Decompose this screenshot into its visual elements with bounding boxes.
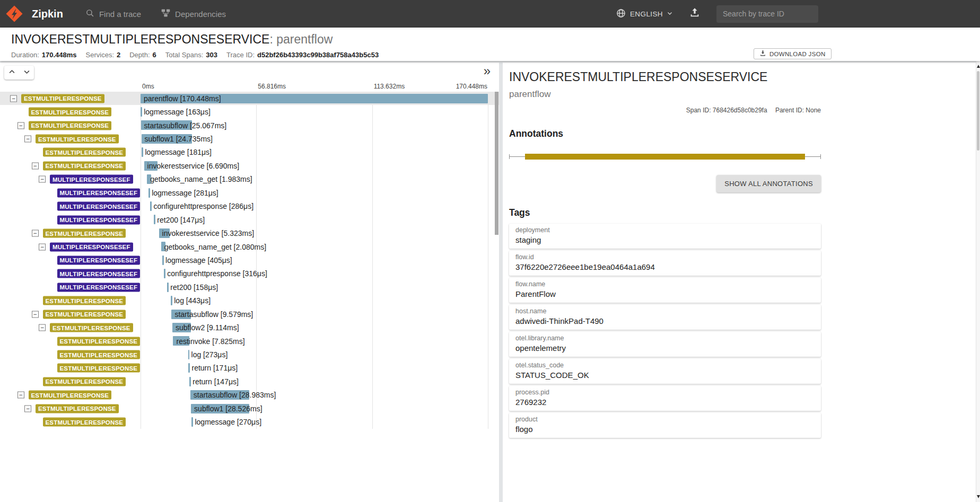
trace-id-input[interactable]	[723, 10, 812, 18]
download-json-button[interactable]: DOWNLOAD JSON	[754, 48, 832, 59]
span-label: startasubflow [25.067ms]	[144, 119, 227, 132]
span-row[interactable]: −ESTMULTIPLERESPONSEstartasubflow [28.98…	[0, 389, 499, 402]
prev-span-button[interactable]	[4, 66, 19, 80]
span-navigator	[4, 66, 34, 80]
timeline-tick-label: 56.816ms	[258, 83, 286, 90]
double-chevron-right-icon: »	[484, 64, 491, 78]
trace-stat: Total Spans:303	[165, 51, 217, 59]
span-label: ret200 [158μs]	[170, 280, 218, 294]
parent-id-value: None	[806, 107, 821, 114]
tag-key: product	[515, 416, 815, 423]
span-row[interactable]: MULTIPLERESPONSESEFconfigurehttpresponse…	[0, 200, 499, 213]
tree-toggle-button[interactable]: −	[32, 230, 39, 237]
span-row[interactable]: −ESTMULTIPLERESPONSEstartasubflow [9.579…	[0, 307, 499, 321]
span-row[interactable]: ESTMULTIPLERESPONSEreturn [171μs]	[0, 362, 499, 375]
service-badge: MULTIPLERESPONSESEF	[57, 215, 141, 224]
tree-toggle-button[interactable]: −	[39, 176, 46, 183]
show-all-annotations-button[interactable]: SHOW ALL ANNOTATIONS	[716, 175, 821, 192]
span-row[interactable]: MULTIPLERESPONSESEFret200 [147μs]	[0, 213, 499, 226]
tree-cell: MULTIPLERESPONSESEF	[0, 213, 141, 226]
upload-icon	[689, 7, 701, 21]
span-duration-bar	[154, 215, 155, 224]
timeline-scrollbar-thumb[interactable]	[495, 92, 498, 235]
span-row[interactable]: MULTIPLERESPONSESEFret200 [158μs]	[0, 280, 499, 294]
next-span-button[interactable]	[19, 66, 34, 80]
tree-toggle-button[interactable]: −	[18, 392, 24, 399]
tree-toggle-button[interactable]: −	[32, 311, 39, 318]
timeline-cell: getbooks_name_get [1.983ms]	[141, 173, 488, 186]
span-row[interactable]: −ESTMULTIPLERESPONSEsubflow1 [28.526ms]	[0, 402, 499, 415]
span-row[interactable]: ESTMULTIPLERESPONSElogmessage [163μs]	[0, 105, 499, 118]
span-row[interactable]: MULTIPLERESPONSESEFlogmessage [405μs]	[0, 253, 499, 267]
timeline-scrollbar[interactable]	[495, 83, 499, 502]
service-badge: ESTMULTIPLERESPONSE	[43, 229, 126, 238]
span-id-label: Span ID:	[686, 107, 711, 114]
span-row[interactable]: −ESTMULTIPLERESPONSEsubflow1 [24.735ms]	[0, 132, 499, 145]
span-row[interactable]: −ESTMULTIPLERESPONSEsubflow2 [9.114ms]	[0, 321, 499, 334]
span-row[interactable]: MULTIPLERESPONSESEFconfigurehttpresponse…	[0, 267, 499, 280]
toggle-minimap-button[interactable]: »	[484, 64, 491, 78]
tag-value: staging	[515, 235, 815, 244]
tree-toggle-button[interactable]: −	[39, 243, 46, 250]
service-badge: ESTMULTIPLERESPONSE	[29, 121, 112, 130]
span-label: getbooks_name_get [2.080ms]	[164, 240, 266, 253]
span-row[interactable]: −ESTMULTIPLERESPONSEparentflow [170.448m…	[0, 92, 499, 105]
span-label: subflow2 [9.114ms]	[176, 321, 239, 334]
span-label: parentflow [170.448ms]	[144, 92, 221, 105]
nav-dependencies[interactable]: Dependencies	[161, 8, 226, 19]
span-row[interactable]: −MULTIPLERESPONSESEFgetbooks_name_get [2…	[0, 240, 499, 253]
service-badge: ESTMULTIPLERESPONSE	[50, 323, 133, 332]
timeline-cell: logmessage [281μs]	[141, 186, 488, 199]
span-label: log [273μs]	[191, 348, 228, 361]
tree-toggle-button[interactable]: −	[32, 162, 39, 169]
timeline-cell: invokerestservice [6.690ms]	[141, 159, 488, 172]
span-row[interactable]: ESTMULTIPLERESPONSEreturn [147μs]	[0, 375, 499, 388]
span-label: configurehttpresponse [316μs]	[167, 267, 267, 280]
scroll-down-arrow-icon[interactable]	[977, 495, 980, 498]
timeline-cell: configurehttpresponse [316μs]	[141, 267, 488, 280]
tree-cell: −ESTMULTIPLERESPONSE	[0, 402, 141, 415]
tree-cell: ESTMULTIPLERESPONSE	[0, 334, 141, 348]
annotations-heading: Annotations	[509, 128, 821, 139]
trace-stat: Depth:6	[129, 51, 156, 59]
span-row[interactable]: −MULTIPLERESPONSESEFgetbooks_name_get [1…	[0, 173, 499, 186]
timeline-cell: log [273μs]	[141, 348, 488, 361]
span-label: invokerestservice [5.323ms]	[162, 226, 255, 240]
span-row[interactable]: −ESTMULTIPLERESPONSEinvokerestservice [6…	[0, 159, 499, 172]
service-badge: ESTMULTIPLERESPONSE	[57, 350, 141, 359]
tree-cell: −ESTMULTIPLERESPONSE	[0, 389, 141, 402]
nav-find-a-trace[interactable]: Find a trace	[85, 8, 141, 19]
span-row[interactable]: ESTMULTIPLERESPONSElog [273μs]	[0, 348, 499, 361]
span-row[interactable]: ESTMULTIPLERESPONSElog [443μs]	[0, 294, 499, 307]
upload-button[interactable]	[689, 7, 701, 21]
tree-toggle-button[interactable]: −	[24, 405, 31, 412]
span-row[interactable]: −ESTMULTIPLERESPONSEstartasubflow [25.06…	[0, 119, 499, 132]
annotation-duration-bar[interactable]	[525, 154, 805, 160]
span-row[interactable]: ESTMULTIPLERESPONSElogmessage [181μs]	[0, 146, 499, 159]
stat-value: 6	[153, 51, 156, 59]
service-badge: MULTIPLERESPONSESEF	[57, 256, 141, 265]
timeline-cell: ret200 [158μs]	[141, 280, 488, 294]
span-row[interactable]: ESTMULTIPLERESPONSElogmessage [270μs]	[0, 416, 499, 429]
tree-cell: MULTIPLERESPONSESEF	[0, 186, 141, 199]
timeline-cell: subflow1 [24.735ms]	[141, 132, 488, 145]
span-row[interactable]: MULTIPLERESPONSESEFlogmessage [281μs]	[0, 186, 499, 199]
tree-toggle-button[interactable]: −	[10, 95, 17, 102]
span-duration-bar	[188, 363, 190, 373]
page-scrollbar[interactable]	[976, 61, 980, 502]
scroll-up-arrow-icon[interactable]	[977, 65, 980, 68]
span-row[interactable]: ESTMULTIPLERESPONSErestinvoke [7.825ms]	[0, 334, 499, 348]
title-service: INVOKERESTMULTIPLERESPONSESERVICE	[11, 32, 269, 46]
span-id-value: 768426d58c0b29fa	[713, 107, 767, 114]
trace-stat: Services:2	[86, 51, 121, 59]
trace-stat: Trace ID:d52bf26b43393c99b38af758a43b5c5…	[226, 51, 379, 59]
tree-toggle-button[interactable]: −	[18, 122, 24, 129]
language-selector[interactable]: ENGLISH	[616, 8, 673, 20]
tree-toggle-button[interactable]: −	[39, 324, 46, 331]
tag-value: opentelemetry	[515, 344, 815, 353]
service-badge: ESTMULTIPLERESPONSE	[57, 364, 141, 373]
span-row[interactable]: −ESTMULTIPLERESPONSEinvokerestservice [5…	[0, 226, 499, 240]
span-label: logmessage [281μs]	[152, 186, 218, 199]
tree-toggle-button[interactable]: −	[24, 136, 31, 143]
page-scrollbar-thumb[interactable]	[977, 71, 979, 151]
